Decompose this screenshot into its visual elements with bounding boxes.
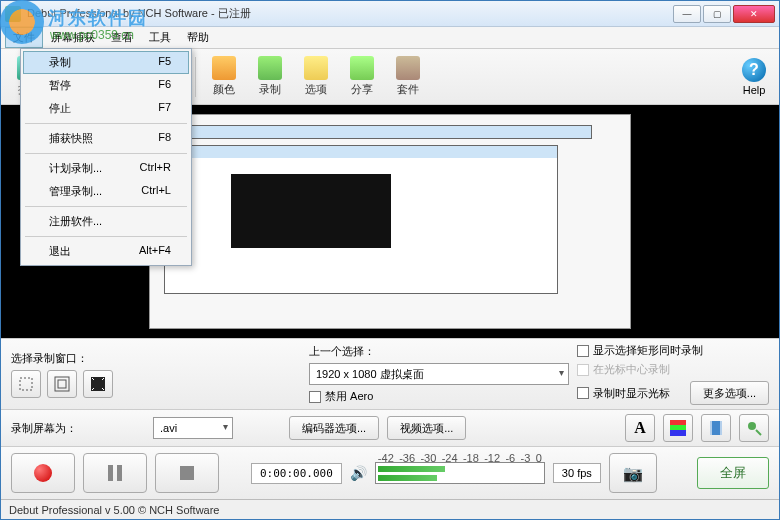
record-button[interactable]	[11, 453, 75, 493]
format-select[interactable]: .avi	[153, 417, 233, 439]
menu-stop[interactable]: 停止F7	[23, 97, 189, 120]
record-icon	[34, 464, 52, 482]
color-icon	[212, 56, 236, 80]
transport-controls: 0:00:00.000 🔊 -42-36-30-24-18-12-6-30 30…	[1, 446, 779, 499]
speaker-icon[interactable]: 🔊	[350, 465, 367, 481]
color-adjust-button[interactable]	[663, 414, 693, 442]
menu-exit[interactable]: 退出Alt+F4	[23, 240, 189, 263]
timecode-display: 0:00:00.000	[251, 463, 342, 484]
file-menu-dropdown: 录制F5 暂停F6 停止F7 捕获快照F8 计划录制...Ctrl+R 管理录制…	[20, 48, 192, 266]
wrench-icon	[304, 56, 328, 80]
briefcase-icon	[396, 56, 420, 80]
svg-rect-2	[58, 380, 66, 388]
fps-display: 30 fps	[553, 463, 601, 483]
last-select-label: 上一个选择：	[309, 344, 569, 359]
video-options-button[interactable]: 视频选项...	[387, 416, 466, 440]
menu-bar: 文件 屏幕捕获 查看 工具 帮助	[1, 27, 779, 49]
toolbar-kit[interactable]: 套件	[386, 52, 430, 102]
status-bar: Debut Professional v 5.00 © NCH Software	[1, 499, 779, 519]
svg-point-10	[748, 422, 756, 430]
resolution-select[interactable]: 1920 x 1080 虚拟桌面	[309, 363, 569, 385]
svg-rect-8	[710, 421, 712, 435]
camera-icon: 📷	[623, 464, 643, 483]
menu-screencapture[interactable]: 屏幕捕获	[43, 27, 103, 48]
encoder-options-button[interactable]: 编码器选项...	[289, 416, 379, 440]
menu-sep	[25, 153, 187, 154]
stop-button[interactable]	[155, 453, 219, 493]
pause-button[interactable]	[83, 453, 147, 493]
select-fullscreen-button[interactable]	[83, 370, 113, 398]
maximize-button[interactable]: ▢	[703, 5, 731, 23]
app-icon	[5, 6, 21, 22]
help-label: Help	[743, 84, 766, 96]
window-title: Debut Professional by NCH Software - 已注册	[27, 6, 673, 21]
pause-icon	[108, 465, 122, 481]
center-cursor-checkbox: 在光标中心录制	[577, 362, 769, 377]
menu-manage[interactable]: 管理录制...Ctrl+L	[23, 180, 189, 203]
svg-rect-1	[55, 377, 69, 391]
menu-view[interactable]: 查看	[103, 27, 141, 48]
svg-rect-4	[670, 420, 686, 425]
toolbar-options[interactable]: 选项	[294, 52, 338, 102]
menu-pause[interactable]: 暂停F6	[23, 74, 189, 97]
menu-snapshot[interactable]: 捕获快照F8	[23, 127, 189, 150]
svg-rect-6	[670, 430, 686, 436]
menu-file[interactable]: 文件	[5, 27, 43, 48]
status-text: Debut Professional v 5.00 © NCH Software	[9, 504, 219, 516]
format-settings-panel: 录制屏幕为： .avi 编码器选项... 视频选项... A	[1, 409, 779, 446]
toolbar-record[interactable]: 录制	[248, 52, 292, 102]
menu-register[interactable]: 注册软件...	[23, 210, 189, 233]
toolbar-color[interactable]: 颜色	[202, 52, 246, 102]
filmstrip-icon	[258, 56, 282, 80]
close-button[interactable]: ✕	[733, 5, 775, 23]
toolbar-share[interactable]: 分享	[340, 52, 384, 102]
fullscreen-button[interactable]: 全屏	[697, 457, 769, 489]
snapshot-button[interactable]: 📷	[609, 453, 657, 493]
text-overlay-button[interactable]: A	[625, 414, 655, 442]
toolbar-help[interactable]: ? Help	[735, 58, 773, 96]
title-bar: Debut Professional by NCH Software - 已注册…	[1, 1, 779, 27]
app-window: 河东软件园 www.pc0359.cn Debut Professional b…	[0, 0, 780, 520]
share-icon	[350, 56, 374, 80]
minimize-button[interactable]: —	[673, 5, 701, 23]
meter-ticks: -42-36-30-24-18-12-6-30	[376, 452, 544, 464]
disable-aero-checkbox[interactable]: 禁用 Aero	[309, 389, 569, 404]
menu-schedule[interactable]: 计划录制...Ctrl+R	[23, 157, 189, 180]
effects-button[interactable]	[701, 414, 731, 442]
record-as-label: 录制屏幕为：	[11, 421, 77, 436]
menu-record[interactable]: 录制F5	[23, 51, 189, 74]
help-icon: ?	[742, 58, 766, 82]
menu-sep	[25, 206, 187, 207]
preview-content	[149, 114, 631, 328]
menu-sep	[25, 123, 187, 124]
menu-help[interactable]: 帮助	[179, 27, 217, 48]
svg-rect-9	[720, 421, 722, 435]
select-window-button[interactable]	[47, 370, 77, 398]
show-cursor-checkbox[interactable]: 录制时显示光标	[577, 386, 670, 401]
select-rect-button[interactable]	[11, 370, 41, 398]
show-rect-checkbox[interactable]: 显示选择矩形同时录制	[577, 343, 769, 358]
stop-icon	[180, 466, 194, 480]
toolbar-sep	[195, 57, 196, 97]
menu-tools[interactable]: 工具	[141, 27, 179, 48]
select-window-label: 选择录制窗口：	[11, 351, 301, 366]
more-options-button[interactable]: 更多选项...	[690, 381, 769, 405]
capture-settings-panel: 选择录制窗口： 上一个选择： 1920 x 1080 虚拟桌面 禁用 Aero …	[1, 338, 779, 409]
svg-rect-5	[670, 425, 686, 430]
audio-meter: -42-36-30-24-18-12-6-30	[375, 462, 545, 484]
watermark-button[interactable]	[739, 414, 769, 442]
menu-sep	[25, 236, 187, 237]
svg-rect-0	[20, 378, 32, 390]
